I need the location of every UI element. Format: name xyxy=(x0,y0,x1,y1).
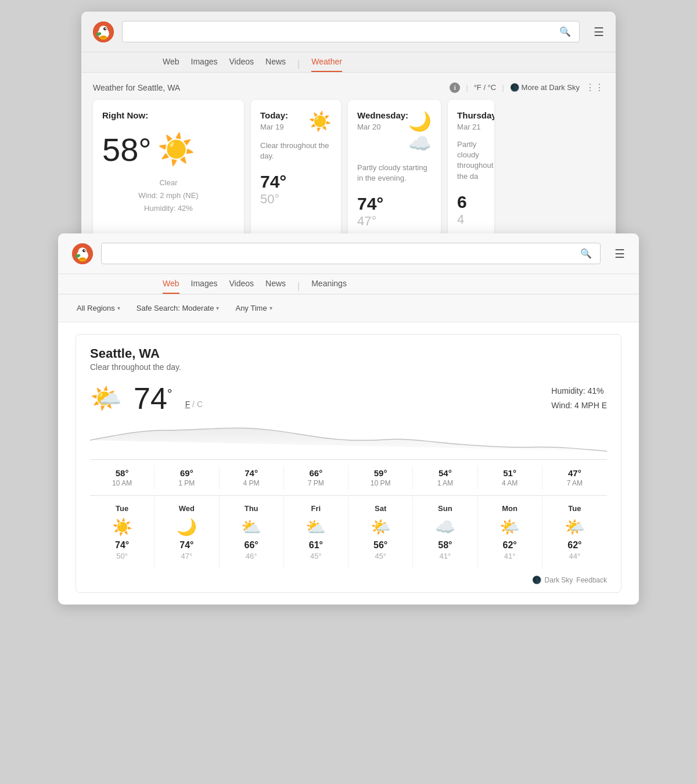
hourly-item-3: 66°7 PM xyxy=(284,466,348,490)
tab-videos-top[interactable]: Videos xyxy=(229,57,254,72)
daily-low-1: 47° xyxy=(157,552,216,560)
regions-chevron-icon: ▾ xyxy=(117,305,120,311)
time-filter[interactable]: Any Time ▾ xyxy=(231,301,276,315)
forecast-label-today: Today: Mar 19 xyxy=(260,110,288,131)
daily-day-2: Thu xyxy=(222,504,281,513)
nav-divider-bottom: | xyxy=(297,281,300,292)
now-temp-row: 58° ☀️ xyxy=(102,132,235,167)
hourly-item-0: 58°10 AM xyxy=(90,466,155,490)
daily-low-0: 50° xyxy=(92,552,152,560)
weather-cards-top: Right Now: 58° ☀️ Clear Wind: 2 mph (NE)… xyxy=(93,100,604,239)
hourly-temp-5: 54° xyxy=(413,468,477,478)
forecast-temps-today: 74° 50° xyxy=(260,172,332,207)
thu-date: Mar 21 xyxy=(457,123,485,131)
top-browser-card: weather 🔍 ☰ Web Images Videos News | Wea… xyxy=(81,12,616,251)
daily-icon-5: ☁️ xyxy=(415,517,475,537)
weather-controls-top: i | °F / °C | 🌑 More at Dark Sky ⋮⋮ xyxy=(450,82,604,93)
daily-day-0: Tue xyxy=(92,504,152,513)
dark-sky-link-top[interactable]: 🌑 More at Dark Sky xyxy=(510,83,580,92)
search-icon-top: 🔍 xyxy=(559,26,571,37)
search-box-top[interactable]: weather 🔍 xyxy=(122,21,580,42)
svg-point-11 xyxy=(84,250,85,251)
feedback-link[interactable]: Feedback xyxy=(576,576,607,584)
hourly-item-7: 47°7 AM xyxy=(542,466,607,490)
tab-web-bottom[interactable]: Web xyxy=(163,279,179,294)
forecast-header-today: Today: Mar 19 ☀️ xyxy=(260,110,332,132)
hourly-temp-1: 69° xyxy=(155,468,218,478)
daily-item-1: Wed🌙74°47° xyxy=(155,496,219,569)
daily-low-5: 41° xyxy=(415,552,475,560)
widget-desc: Clear throughout the day. xyxy=(90,362,607,372)
forecast-header-wed: Wednesday: Mar 20 🌙☁️ xyxy=(357,110,432,154)
daily-icon-1: 🌙 xyxy=(157,517,216,537)
tab-web-top[interactable]: Web xyxy=(163,57,179,72)
now-sun-icon: ☀️ xyxy=(157,132,195,167)
time-label: Any Time xyxy=(235,304,267,312)
daily-low-4: 45° xyxy=(351,552,410,560)
hourly-time-4: 10 PM xyxy=(348,479,412,487)
daily-item-7: Tue🌤️62°44° xyxy=(542,496,607,569)
grid-icon-top: ⋮⋮ xyxy=(585,82,604,93)
widget-city: Seattle, WA xyxy=(90,346,607,361)
thu-label: Thursday: xyxy=(457,110,485,120)
daily-item-5: Sun☁️58°41° xyxy=(413,496,477,569)
tab-images-top[interactable]: Images xyxy=(191,57,218,72)
widget-sun-icon: 🌤️ xyxy=(90,383,122,413)
dark-sky-icon-top: 🌑 xyxy=(510,83,519,92)
hourly-item-2: 74°4 PM xyxy=(220,466,284,490)
dark-sky-footer-icon: 🌑 xyxy=(532,576,541,584)
daily-high-0: 74° xyxy=(92,540,152,551)
forecast-desc-thu: Partly cloudy throughout the da xyxy=(457,139,485,182)
daily-high-6: 62° xyxy=(480,540,540,551)
tab-weather-top[interactable]: Weather xyxy=(311,57,342,72)
tab-images-bottom[interactable]: Images xyxy=(191,279,218,294)
daily-high-7: 62° xyxy=(545,540,605,551)
hourly-temp-2: 74° xyxy=(220,468,283,478)
tab-news-bottom[interactable]: News xyxy=(265,279,286,294)
search-box-bottom[interactable]: weather 🔍 xyxy=(101,243,601,264)
forecast-today-card: Today: Mar 19 ☀️ Clear throughout the da… xyxy=(251,100,341,239)
forecast-desc-today: Clear throughout the day. xyxy=(260,141,332,161)
daily-day-5: Sun xyxy=(415,504,475,513)
forecast-icon-wed: 🌙☁️ xyxy=(408,110,432,154)
separator2: | xyxy=(502,83,504,92)
duck-logo xyxy=(93,21,114,42)
nav-tabs-top: Web Images Videos News | Weather xyxy=(81,52,616,73)
hourly-temp-4: 59° xyxy=(348,468,412,478)
forecast-wed-card: Wednesday: Mar 20 🌙☁️ Partly cloudy star… xyxy=(348,100,441,239)
widget-main-row: 🌤️ 74° F / C Humidity: 41% Wind: 4 MPH E xyxy=(90,381,607,416)
hourly-temp-3: 66° xyxy=(284,468,348,478)
tab-videos-bottom[interactable]: Videos xyxy=(229,279,254,294)
tab-meanings-bottom[interactable]: Meanings xyxy=(311,279,347,294)
forecast-desc-wed: Partly cloudy starting in the evening. xyxy=(357,163,432,184)
filter-bar: All Regions ▾ Safe Search: Moderate ▾ An… xyxy=(58,294,639,322)
daily-item-0: Tue☀️74°50° xyxy=(90,496,155,569)
info-button[interactable]: i xyxy=(450,82,460,93)
widget-unit-toggle[interactable]: F / C xyxy=(185,400,203,409)
top-bar: weather 🔍 ☰ xyxy=(81,12,616,52)
search-input-top[interactable]: weather xyxy=(131,27,554,37)
separator: | xyxy=(466,83,468,92)
search-input-bottom[interactable]: weather xyxy=(110,249,574,259)
hourly-item-1: 69°1 PM xyxy=(155,466,219,490)
hamburger-menu-top[interactable]: ☰ xyxy=(594,25,604,39)
weather-widget: Seattle, WA Clear throughout the day. 🌤️… xyxy=(76,334,621,593)
regions-filter[interactable]: All Regions ▾ xyxy=(72,301,125,315)
hourly-time-7: 7 AM xyxy=(542,479,607,487)
now-wind: Wind: 2 mph (NE) xyxy=(102,189,235,202)
tab-news-top[interactable]: News xyxy=(265,57,286,72)
dark-sky-label-top: More at Dark Sky xyxy=(522,83,580,92)
hourly-time-2: 4 PM xyxy=(220,479,283,487)
nav-tabs-bottom: Web Images Videos News | Meanings xyxy=(58,274,639,294)
daily-icon-0: ☀️ xyxy=(92,517,152,537)
safe-search-label: Safe Search: Moderate xyxy=(136,304,214,312)
daily-icon-4: 🌤️ xyxy=(351,517,410,537)
now-temp: 58° xyxy=(102,134,152,166)
safe-search-filter[interactable]: Safe Search: Moderate ▾ xyxy=(132,301,224,315)
unit-c: C xyxy=(197,400,203,409)
daily-low-7: 44° xyxy=(545,552,605,560)
hamburger-menu-bottom[interactable]: ☰ xyxy=(615,247,625,261)
dark-sky-footer-link[interactable]: Dark Sky xyxy=(545,576,573,584)
unit-toggle-top[interactable]: °F / °C xyxy=(474,83,497,92)
widget-footer: 🌑 Dark Sky Feedback xyxy=(90,570,607,592)
